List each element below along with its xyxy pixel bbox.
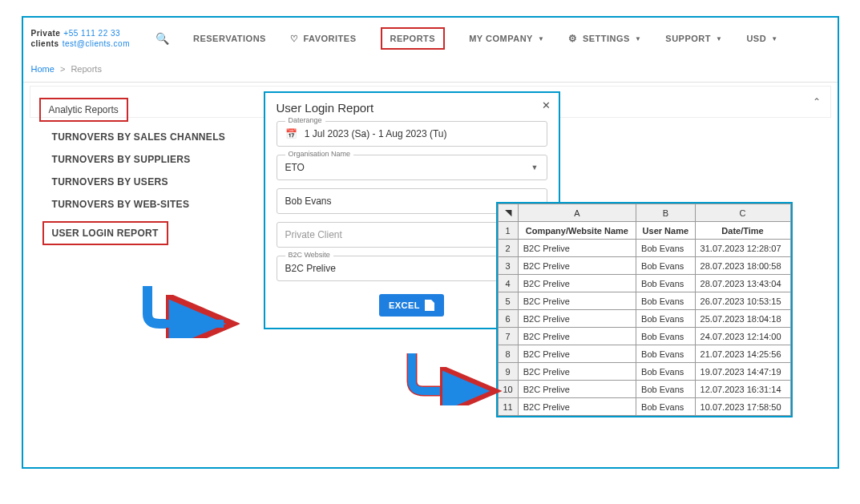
nav-currency[interactable]: USD ▼ [746, 34, 777, 43]
arrow-icon [400, 349, 504, 405]
sidebar-title: Analytic Reports [39, 98, 128, 122]
cell-company[interactable]: B2C Prelive [518, 381, 636, 398]
cell-user[interactable]: Bob Evans [636, 310, 696, 328]
header-company[interactable]: Company/Website Name [518, 222, 636, 240]
sidebar-item-user-login-report[interactable]: USER LOGIN REPORT [42, 221, 168, 245]
header-date[interactable]: Date/Time [695, 222, 790, 240]
nav-favorites[interactable]: ♡ FAVORITES [290, 34, 357, 44]
sidebar-item-users[interactable]: TURNOVERS BY USERS [52, 176, 248, 187]
cell-company[interactable]: B2C Prelive [518, 345, 636, 363]
cell-company[interactable]: B2C Prelive [518, 310, 636, 328]
excel-button[interactable]: EXCEL [379, 294, 444, 317]
excel-button-label: EXCEL [389, 300, 420, 310]
cell-date[interactable]: 26.07.2023 10:53:15 [695, 292, 790, 310]
client-label-2: clients [31, 39, 59, 48]
sidebar-item-suppliers[interactable]: TURNOVERS BY SUPPLIERS [52, 154, 248, 165]
search-icon[interactable]: 🔍 [155, 32, 170, 45]
nav-settings-label: SETTINGS [583, 34, 630, 43]
breadcrumb: Home > Reports [31, 64, 102, 74]
row-head[interactable]: 4 [498, 275, 518, 292]
cell-company[interactable]: B2C Prelive [518, 275, 636, 292]
row-head[interactable]: 7 [498, 328, 518, 345]
breadcrumb-current: Reports [71, 64, 102, 74]
nav-reservations[interactable]: RESERVATIONS [193, 34, 266, 43]
cell-date[interactable]: 28.07.2023 18:00:58 [695, 257, 790, 275]
nav-support-label: SUPPORT [665, 34, 711, 43]
nav-reports[interactable]: REPORTS [381, 27, 446, 50]
nav-my-company-label: MY COMPANY [469, 34, 533, 43]
cell-company[interactable]: B2C Prelive [518, 240, 636, 257]
result-spreadsheet: ◥ A B C 1 Company/Website Name User Name… [496, 202, 793, 417]
client-label-1: Private [31, 29, 61, 38]
cell-date[interactable]: 25.07.2023 18:04:18 [695, 310, 790, 328]
nav-favorites-label: FAVORITES [303, 34, 356, 43]
cell-user[interactable]: Bob Evans [636, 345, 696, 363]
header-user[interactable]: User Name [636, 222, 696, 240]
organisation-value: ETO [285, 162, 305, 173]
close-icon[interactable]: ✕ [542, 99, 551, 111]
chevron-down-icon: ▼ [538, 35, 544, 42]
b2c-website-value: B2C Prelive [285, 263, 336, 274]
cell-user[interactable]: Bob Evans [636, 240, 696, 257]
corner-cell: ◥ [498, 204, 518, 222]
organisation-select[interactable]: Organisation Name ETO ▼ [277, 155, 547, 180]
form-title: User Login Report [277, 101, 547, 115]
document-icon [425, 300, 434, 311]
row-head[interactable]: 1 [498, 222, 518, 240]
cell-user[interactable]: Bob Evans [636, 292, 696, 310]
private-client-placeholder: Private Client [285, 229, 342, 240]
breadcrumb-home[interactable]: Home [31, 64, 55, 74]
cell-date[interactable]: 19.07.2023 14:47:19 [695, 363, 790, 381]
cell-date[interactable]: 31.07.2023 12:28:07 [695, 240, 790, 257]
heart-icon: ♡ [290, 34, 299, 44]
cell-date[interactable]: 28.07.2023 13:43:04 [695, 275, 790, 292]
cell-company[interactable]: B2C Prelive [518, 257, 636, 275]
cell-date[interactable]: 10.07.2023 17:58:50 [695, 398, 790, 416]
client-info: Private +55 111 22 33 clients test@clien… [31, 29, 139, 48]
cell-user[interactable]: Bob Evans [636, 275, 696, 292]
gear-icon: ⚙ [568, 33, 578, 44]
organisation-legend: Organisation Name [285, 150, 354, 158]
person-value: Bob Evans [285, 196, 332, 207]
cell-user[interactable]: Bob Evans [636, 257, 696, 275]
row-head[interactable]: 6 [498, 310, 518, 328]
cell-company[interactable]: B2C Prelive [518, 328, 636, 345]
nav-settings[interactable]: ⚙ SETTINGS ▼ [568, 33, 641, 44]
daterange-input[interactable]: Daterange 📅 1 Jul 2023 (Sa) - 1 Aug 2023… [277, 121, 547, 147]
daterange-legend: Daterange [285, 116, 325, 124]
row-head[interactable]: 5 [498, 292, 518, 310]
col-a[interactable]: A [518, 204, 636, 222]
chevron-down-icon: ▼ [635, 35, 641, 42]
cell-company[interactable]: B2C Prelive [518, 398, 636, 416]
cell-date[interactable]: 12.07.2023 16:31:14 [695, 381, 790, 398]
cell-company[interactable]: B2C Prelive [518, 363, 636, 381]
chevron-down-icon: ▼ [771, 35, 777, 42]
sidebar-item-websites[interactable]: TURNOVERS BY WEB-SITES [52, 199, 248, 210]
row-head[interactable]: 3 [498, 257, 518, 275]
b2c-website-legend: B2C Website [285, 251, 333, 259]
nav-my-company[interactable]: MY COMPANY ▼ [469, 34, 544, 43]
calendar-icon: 📅 [285, 128, 297, 139]
nav-currency-label: USD [746, 34, 766, 43]
cell-user[interactable]: Bob Evans [636, 398, 696, 416]
sidebar-item-sales-channels[interactable]: TURNOVERS BY SALES CHANNELS [52, 131, 248, 143]
cell-user[interactable]: Bob Evans [636, 328, 696, 345]
collapse-icon[interactable]: ⌃ [813, 96, 821, 107]
row-head[interactable]: 2 [498, 240, 518, 257]
col-b[interactable]: B [636, 204, 696, 222]
cell-date[interactable]: 24.07.2023 12:14:00 [695, 328, 790, 345]
cell-user[interactable]: Bob Evans [636, 381, 696, 398]
cell-company[interactable]: B2C Prelive [518, 292, 636, 310]
col-c[interactable]: C [695, 204, 790, 222]
client-phone[interactable]: +55 111 22 33 [63, 29, 120, 38]
cell-date[interactable]: 21.07.2023 14:25:56 [695, 345, 790, 363]
nav-support[interactable]: SUPPORT ▼ [665, 34, 722, 43]
daterange-value: 1 Jul 2023 (Sa) - 1 Aug 2023 (Tu) [305, 128, 447, 139]
cell-user[interactable]: Bob Evans [636, 363, 696, 381]
client-email[interactable]: test@clients.com [63, 39, 130, 48]
chevron-down-icon: ▼ [716, 35, 722, 42]
chevron-down-icon: ▼ [531, 163, 539, 171]
arrow-icon [135, 282, 240, 338]
